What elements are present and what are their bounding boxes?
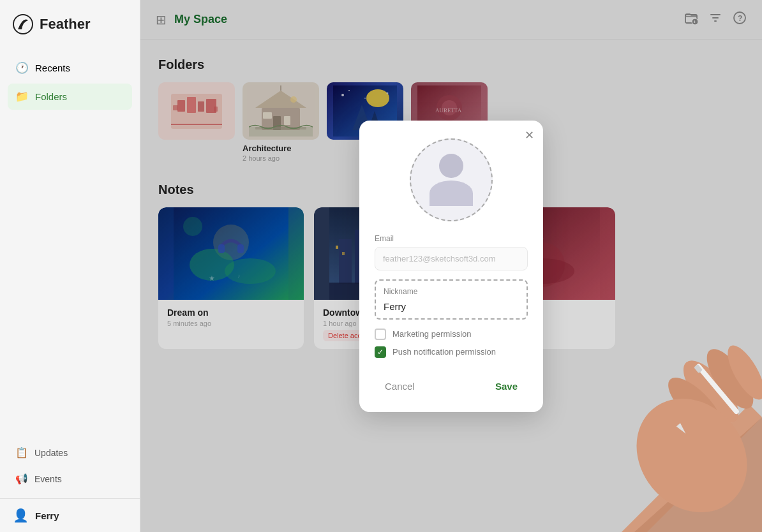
sidebar-item-folders[interactable]: 📁 Folders bbox=[8, 84, 132, 110]
svg-rect-71 bbox=[694, 364, 703, 373]
user-section[interactable]: 👤 Ferry bbox=[0, 498, 140, 532]
svg-marker-70 bbox=[676, 423, 688, 435]
folders-icon: 📁 bbox=[15, 90, 29, 103]
cancel-button[interactable]: Cancel bbox=[375, 376, 425, 397]
user-name: Ferry bbox=[35, 510, 59, 521]
folders-label: Folders bbox=[35, 91, 67, 102]
nickname-input[interactable] bbox=[376, 299, 527, 316]
logo-area: Feather bbox=[0, 0, 140, 48]
marketing-permission-item: Marketing permission bbox=[375, 329, 528, 340]
email-label: Email bbox=[375, 234, 528, 243]
sidebar-item-recents[interactable]: 🕐 Recents bbox=[8, 55, 132, 81]
nickname-section: Nickname bbox=[375, 279, 528, 320]
email-value: feather123@sketchsoft3d.com bbox=[375, 247, 528, 270]
profile-modal: ✕ Email feather123@sketchsoft3d.com Nic bbox=[359, 121, 543, 412]
events-icon: 📢 bbox=[15, 473, 28, 485]
svg-point-64 bbox=[674, 352, 747, 431]
avatar-upload[interactable] bbox=[410, 138, 493, 221]
sidebar: Feather 🕐 Recents 📁 Folders 📋 Updates 📢 … bbox=[0, 0, 140, 532]
save-button[interactable]: Save bbox=[485, 376, 528, 397]
events-label: Events bbox=[34, 474, 62, 484]
marketing-checkbox[interactable] bbox=[375, 329, 386, 340]
recents-label: Recents bbox=[35, 63, 70, 73]
modal-overlay: ✕ Email feather123@sketchsoft3d.com Nic bbox=[140, 0, 762, 532]
recents-icon: 🕐 bbox=[15, 61, 29, 75]
svg-point-68 bbox=[614, 376, 762, 532]
avatar-area bbox=[375, 138, 528, 221]
avatar-body bbox=[430, 181, 473, 206]
updates-label: Updates bbox=[34, 448, 68, 458]
modal-actions: Cancel Save bbox=[375, 369, 528, 397]
logo-icon bbox=[13, 14, 33, 34]
push-permission-item: Push notification permission bbox=[375, 346, 528, 358]
main-content: ⊞ My Space + bbox=[140, 0, 762, 532]
svg-rect-69 bbox=[695, 363, 740, 415]
push-checkbox[interactable] bbox=[375, 346, 386, 358]
push-label: Push notification permission bbox=[392, 347, 496, 357]
updates-icon: 📋 bbox=[15, 447, 28, 459]
avatar-head bbox=[439, 154, 463, 178]
app-name: Feather bbox=[40, 16, 90, 33]
sidebar-item-events[interactable]: 📢 Events bbox=[8, 467, 132, 491]
sidebar-item-updates[interactable]: 📋 Updates bbox=[8, 441, 132, 464]
nickname-label: Nickname bbox=[384, 287, 519, 296]
svg-point-66 bbox=[721, 340, 762, 404]
modal-close-button[interactable]: ✕ bbox=[525, 129, 534, 141]
user-avatar-icon: 👤 bbox=[13, 508, 29, 523]
svg-point-65 bbox=[698, 342, 761, 415]
nav-menu: 🕐 Recents 📁 Folders bbox=[0, 48, 140, 251]
marketing-label: Marketing permission bbox=[392, 329, 472, 339]
svg-point-67 bbox=[661, 370, 730, 440]
